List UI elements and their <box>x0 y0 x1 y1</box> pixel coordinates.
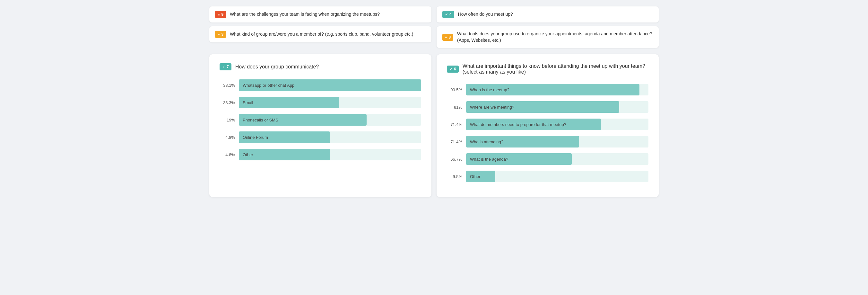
badge-q3: ≡ 3 <box>215 31 226 38</box>
bar-pct-0: 90.5% <box>447 87 462 92</box>
bar-pct-3: 4.8% <box>220 135 235 140</box>
badge-icon-q4: ✓ <box>445 12 448 17</box>
badge-num-q9: 9 <box>221 12 223 17</box>
bar-label-2: Phonecalls or SMS <box>243 118 278 122</box>
bar-row-2: 71.4% What do members need to prepare fo… <box>447 119 648 130</box>
bar-track-3: Who is attending? <box>466 136 648 148</box>
bar-label-3: Online Forum <box>243 135 268 140</box>
badge-num-q3: 3 <box>221 32 223 37</box>
bar-label-2: What do members need to prepare for that… <box>470 122 566 127</box>
right-card-badge: ✓ 6 <box>447 65 459 72</box>
bar-row-5: 9.5% Other <box>447 171 648 182</box>
bar-container-0: When is the meetup? <box>466 84 648 95</box>
bar-fill-5: Other <box>466 171 495 182</box>
bar-label-1: Where are we meeting? <box>470 105 514 110</box>
bar-track-3: Online Forum <box>239 131 421 143</box>
bar-fill-4: Other <box>239 149 330 160</box>
question-pill-q8: ≡ 8 What tools does your group use to or… <box>437 26 659 48</box>
bar-fill-3: Online Forum <box>239 131 330 143</box>
top-cards: ≡ 9 What are the challenges your team is… <box>209 6 659 48</box>
bar-pct-3: 71.4% <box>447 140 462 144</box>
bar-row-4: 66.7% What is the agenda? <box>447 153 648 165</box>
bar-row-0: 90.5% When is the meetup? <box>447 84 648 95</box>
page-layout: ≡ 9 What are the challenges your team is… <box>209 6 659 197</box>
bar-container-4: Other <box>239 149 421 160</box>
bar-track-2: What do members need to prepare for that… <box>466 119 648 130</box>
bar-label-4: Other <box>243 152 253 157</box>
right-card-title: What are important things to know before… <box>463 63 648 75</box>
bar-track-1: Where are we meeting? <box>466 101 648 113</box>
badge-num-q8: 8 <box>448 35 451 39</box>
bar-row-3: 71.4% Who is attending? <box>447 136 648 148</box>
bar-row-1: 81% Where are we meeting? <box>447 101 648 113</box>
right-card-badge-num: 6 <box>454 67 456 71</box>
bar-pct-4: 66.7% <box>447 157 462 161</box>
top-cards-right: ✓ 4 How often do you meet up? ≡ 8 What t… <box>437 6 659 48</box>
top-cards-left: ≡ 9 What are the challenges your team is… <box>209 6 431 48</box>
bar-fill-0: Whatsapp or other chat App <box>239 79 421 91</box>
left-bars: 38.1% Whatsapp or other chat App 33.3% E… <box>220 79 421 160</box>
bar-container-2: What do members need to prepare for that… <box>466 119 648 130</box>
bar-row-4: 4.8% Other <box>220 149 421 160</box>
bar-row-3: 4.8% Online Forum <box>220 131 421 143</box>
bar-container-1: Email <box>239 97 421 108</box>
question-pill-q9: ≡ 9 What are the challenges your team is… <box>209 6 431 23</box>
left-main-card: ✓ 7 How does your group communicate? 38.… <box>209 54 431 197</box>
bar-container-0: Whatsapp or other chat App <box>239 79 421 91</box>
check-icon: ✓ <box>222 65 225 69</box>
question-pill-q4: ✓ 4 How often do you meet up? <box>437 6 659 23</box>
bar-fill-0: When is the meetup? <box>466 84 640 95</box>
question-text-q4: How often do you meet up? <box>458 11 513 18</box>
bar-fill-2: Phonecalls or SMS <box>239 114 367 126</box>
right-main-card: ✓ 6 What are important things to know be… <box>437 54 659 197</box>
question-text-q8: What tools does your group use to organi… <box>457 31 653 43</box>
badge-icon-q8: ≡ <box>445 35 447 39</box>
bar-fill-1: Email <box>239 97 339 108</box>
bar-container-2: Phonecalls or SMS <box>239 114 421 126</box>
bar-label-3: Who is attending? <box>470 140 503 144</box>
question-pill-q3: ≡ 3 What kind of group are/were you a me… <box>209 26 431 42</box>
bar-track-2: Phonecalls or SMS <box>239 114 421 126</box>
bar-pct-1: 33.3% <box>220 100 235 105</box>
badge-q8: ≡ 8 <box>442 34 453 41</box>
question-text-q9: What are the challenges your team is fac… <box>230 11 380 18</box>
badge-q9: ≡ 9 <box>215 11 226 18</box>
bar-label-1: Email <box>243 100 253 105</box>
bar-track-4: What is the agenda? <box>466 153 648 165</box>
badge-icon-q9: ≡ <box>218 12 220 17</box>
badge-icon-q3: ≡ <box>218 32 220 36</box>
bar-fill-2: What do members need to prepare for that… <box>466 119 601 130</box>
left-card-badge-num: 7 <box>227 65 229 69</box>
bar-track-1: Email <box>239 97 421 108</box>
bar-container-1: Where are we meeting? <box>466 101 648 113</box>
check-icon-2: ✓ <box>450 67 452 71</box>
question-text-q3: What kind of group are/were you a member… <box>230 31 413 38</box>
bar-label-0: When is the meetup? <box>470 87 509 92</box>
bar-row-0: 38.1% Whatsapp or other chat App <box>220 79 421 91</box>
bar-pct-5: 9.5% <box>447 174 462 179</box>
left-card-header: ✓ 7 How does your group communicate? <box>220 63 421 70</box>
badge-num-q4: 4 <box>450 12 452 17</box>
bar-label-0: Whatsapp or other chat App <box>243 83 294 88</box>
bar-fill-3: Who is attending? <box>466 136 579 148</box>
left-card-badge: ✓ 7 <box>220 63 231 70</box>
bar-track-0: Whatsapp or other chat App <box>239 79 421 91</box>
right-card-header: ✓ 6 What are important things to know be… <box>447 63 648 75</box>
bar-track-5: Other <box>466 171 648 182</box>
bar-container-3: Who is attending? <box>466 136 648 148</box>
bar-fill-1: Where are we meeting? <box>466 101 619 113</box>
bar-fill-4: What is the agenda? <box>466 153 572 165</box>
bar-row-2: 19% Phonecalls or SMS <box>220 114 421 126</box>
bar-pct-2: 19% <box>220 118 235 122</box>
bar-track-4: Other <box>239 149 421 160</box>
bar-label-4: What is the agenda? <box>470 157 508 161</box>
bar-label-5: Other <box>470 174 480 179</box>
right-bars: 90.5% When is the meetup? 81% Where are … <box>447 84 648 182</box>
bar-track-0: When is the meetup? <box>466 84 648 95</box>
bar-pct-0: 38.1% <box>220 83 235 88</box>
bar-pct-4: 4.8% <box>220 152 235 157</box>
bar-row-1: 33.3% Email <box>220 97 421 108</box>
bar-container-3: Online Forum <box>239 131 421 143</box>
badge-q4: ✓ 4 <box>442 11 454 18</box>
bar-pct-1: 81% <box>447 105 462 110</box>
